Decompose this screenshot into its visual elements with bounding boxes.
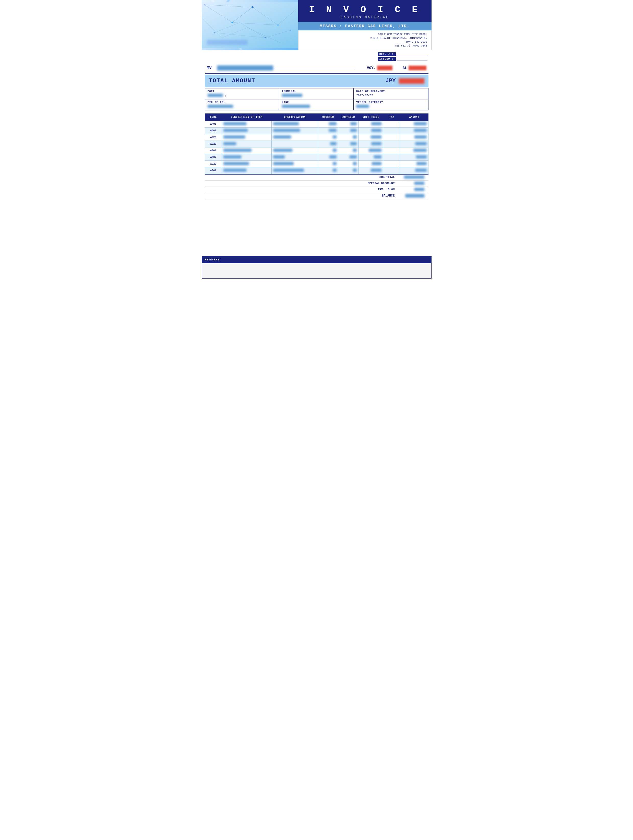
col-supplied: SUPPLIED — [339, 114, 359, 121]
col-ordered: ORDERED — [318, 114, 339, 121]
port-colon: : — [224, 95, 226, 98]
row-unit-price — [359, 154, 383, 161]
svg-point-19 — [265, 37, 266, 38]
main-content: MV VOY. At TOTAL AMOUNT JPY PORT : — [202, 63, 431, 251]
row-ordered — [318, 141, 339, 147]
total-amount-label: TOTAL AMOUNT — [209, 78, 255, 84]
col-amount: AMOUNT — [400, 114, 428, 121]
invoice-banner: I N V O I C E LASHING MATERIAL — [298, 0, 431, 22]
row-unit-price — [359, 128, 383, 134]
row-supplied — [339, 128, 359, 134]
pic-value-blurred — [208, 105, 233, 108]
line-label: LINE — [282, 101, 351, 104]
row-unit-price — [359, 141, 383, 147]
tax-row: TAX 8.0% — [205, 187, 428, 193]
row-unit-price — [359, 121, 383, 128]
vessel-cell: VESSEL CATEGORY — [354, 99, 428, 111]
ref-value-field[interactable] — [397, 52, 427, 56]
subtotal-value — [399, 175, 424, 179]
mv-voy-row: MV VOY. At — [205, 63, 428, 74]
pic-value — [208, 105, 277, 109]
row-supplied — [339, 161, 359, 167]
row-desc — [222, 141, 271, 147]
col-desc: DESCRIPTION OF ITEM — [222, 114, 271, 121]
table-row: AG01 — [205, 147, 428, 154]
row-ordered — [318, 128, 339, 134]
voy-value-blurred — [377, 66, 392, 70]
vessel-label: VESSEL CATEGORY — [356, 101, 425, 104]
table-row: AG07 — [205, 154, 428, 161]
row-desc — [222, 128, 271, 134]
row-amount — [400, 128, 428, 134]
row-ordered — [318, 121, 339, 128]
ref-label: REF. # : — [378, 52, 396, 56]
address-line4: TEL (81-3)- 5769-7648 — [302, 44, 427, 48]
header-right: I N V O I C E LASHING MATERIAL MESSRS : … — [298, 0, 431, 50]
remarks-bar: REMARKS — [202, 256, 431, 263]
row-tax — [383, 141, 400, 147]
total-right: JPY — [386, 78, 424, 84]
total-currency: JPY — [386, 78, 396, 84]
vessel-value-blurred — [356, 105, 369, 108]
port-cell: PORT : — [205, 88, 279, 99]
svg-point-15 — [231, 22, 233, 23]
table-row: AP01 — [205, 167, 428, 174]
date-cell: DATE OF DELIVERY 2017/07/05 — [354, 88, 428, 99]
row-unit-price — [359, 167, 383, 174]
row-ordered — [318, 147, 339, 154]
row-amount — [400, 147, 428, 154]
items-table: CODE DESCRIPTION OF ITEM SPECIFICATION O… — [205, 114, 428, 174]
port-label: PORT — [208, 90, 277, 93]
balance-value — [399, 194, 424, 199]
row-desc — [222, 134, 271, 141]
row-spec — [271, 121, 318, 128]
discount-row: SPECIAL DISCOUNT — [205, 181, 428, 187]
row-spec — [271, 128, 318, 134]
row-desc — [222, 121, 271, 128]
ref-row: REF. # : — [378, 52, 427, 56]
terminal-value — [282, 94, 351, 98]
mv-value-blurred — [217, 65, 273, 71]
row-code: AJ22 — [205, 161, 222, 167]
row-spec — [271, 134, 318, 141]
row-amount — [400, 121, 428, 128]
col-unit-price: UNIT PRICE — [359, 114, 383, 121]
col-code: CODE — [205, 114, 222, 121]
header-graphic — [202, 0, 298, 50]
row-code: AA02 — [205, 128, 222, 134]
messrs-bar: MESSRS : EASTERN CAR LINER, LTD. — [298, 22, 431, 30]
svg-point-18 — [203, 4, 205, 5]
subtotal-row: SUB TOTAL — [205, 175, 428, 181]
discount-label: SPECIAL DISCOUNT — [354, 182, 395, 186]
row-ordered — [318, 134, 339, 141]
row-supplied — [339, 147, 359, 154]
row-spec — [271, 147, 318, 154]
row-desc — [222, 147, 271, 154]
row-tax — [383, 167, 400, 174]
row-desc — [222, 167, 271, 174]
ref-fields: REF. # : ISSUED : — [378, 52, 427, 61]
row-supplied — [339, 154, 359, 161]
mv-label: MV — [207, 66, 217, 70]
row-spec — [271, 167, 318, 174]
terminal-cell: TERMINAL — [279, 88, 354, 99]
row-supplied — [339, 121, 359, 128]
table-row: AJ22 — [205, 161, 428, 167]
row-tax — [383, 147, 400, 154]
balance-row: BALANCE — [205, 193, 428, 200]
total-amount-bar: TOTAL AMOUNT JPY — [205, 75, 428, 87]
svg-point-20 — [290, 30, 291, 31]
port-value-blurred — [208, 94, 223, 97]
voy-label: VOY. — [367, 66, 376, 70]
issued-value-field[interactable] — [397, 57, 427, 61]
row-ordered — [318, 161, 339, 167]
row-tax — [383, 161, 400, 167]
line-value — [282, 105, 351, 109]
company-logo-blurred — [207, 40, 248, 45]
row-code: AG07 — [205, 154, 222, 161]
row-code: AP01 — [205, 167, 222, 174]
row-tax — [383, 134, 400, 141]
svg-point-21 — [214, 32, 215, 33]
svg-point-16 — [251, 6, 253, 8]
invoice-subtitle: LASHING MATERIAL — [303, 16, 427, 19]
